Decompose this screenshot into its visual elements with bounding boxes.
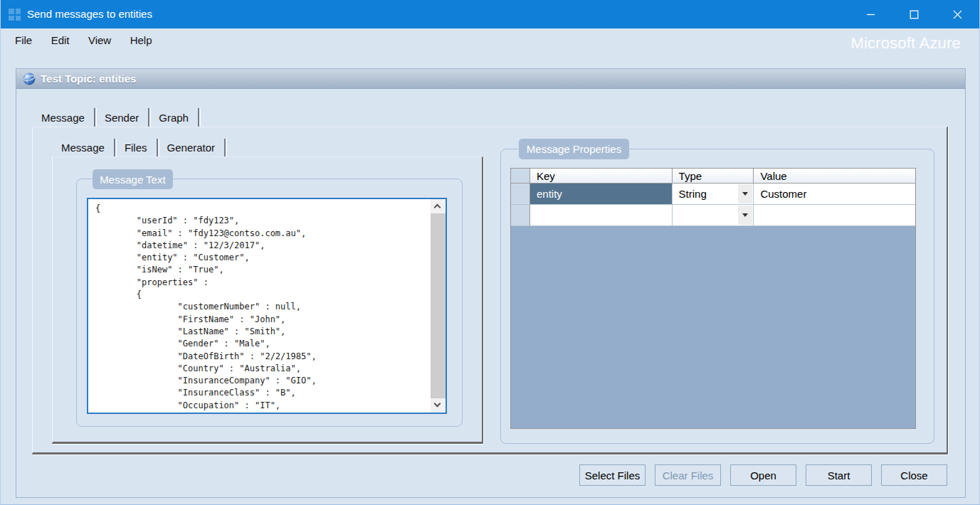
tab-inner-files[interactable]: Files xyxy=(115,139,158,156)
menu-bar: File Edit View Help xyxy=(1,28,979,55)
open-button[interactable]: Open xyxy=(730,464,796,486)
cell-key[interactable]: entity xyxy=(530,184,673,205)
properties-grid: Key Type Value entity String Customer xyxy=(510,168,916,429)
type-dropdown-button[interactable] xyxy=(738,206,752,225)
inner-tabstrip: Message Files Generator xyxy=(52,139,226,156)
cell-type[interactable] xyxy=(673,205,754,226)
scroll-up-button[interactable] xyxy=(431,199,446,213)
col-header-key[interactable]: Key xyxy=(530,169,673,184)
menu-edit[interactable]: Edit xyxy=(43,28,78,53)
grid-corner-cell xyxy=(511,169,530,184)
tab-graph[interactable]: Graph xyxy=(149,108,199,127)
close-button[interactable] xyxy=(936,0,979,28)
message-properties-groupbox: Message Properties Key Type Value entity… xyxy=(500,149,934,444)
cell-key[interactable] xyxy=(530,205,673,226)
message-text-area[interactable]: { "userId" : "fdy123", "email" : "fdy123… xyxy=(87,198,447,414)
minimize-button[interactable] xyxy=(849,0,892,28)
outer-tabpage: Message Files Generator Message Text { "… xyxy=(32,127,948,455)
grid-header-row: Key Type Value xyxy=(511,169,915,184)
outer-tabstrip: Message Sender Graph xyxy=(32,108,199,127)
title-bar: Send messages to entities xyxy=(1,0,979,28)
windows-logo-icon xyxy=(9,9,21,21)
grid-row-2 xyxy=(511,205,915,226)
window-title: Send messages to entities xyxy=(27,0,152,28)
azure-brand-text: Microsoft Azure xyxy=(850,34,961,53)
dropdown-arrow-icon xyxy=(742,192,748,196)
menu-help[interactable]: Help xyxy=(122,28,160,53)
app-window: Send messages to entities File Edit View… xyxy=(0,0,980,505)
cell-type[interactable]: String xyxy=(673,184,754,205)
message-json[interactable]: { "userId" : "fdy123", "email" : "fdy123… xyxy=(88,199,432,413)
test-topic-header: Test Topic: entities xyxy=(16,69,965,89)
start-button[interactable]: Start xyxy=(806,464,872,486)
tab-message[interactable]: Message xyxy=(32,108,95,127)
menu-view[interactable]: View xyxy=(80,28,119,53)
message-properties-label: Message Properties xyxy=(519,139,629,159)
row-selector[interactable] xyxy=(511,184,530,205)
cell-type-text: String xyxy=(679,188,707,200)
menu-file[interactable]: File xyxy=(7,28,40,53)
tab-inner-message[interactable]: Message xyxy=(52,139,115,156)
maximize-button[interactable] xyxy=(892,0,936,28)
inner-tabpage: Message Text { "userId" : "fdy123", "ema… xyxy=(52,156,483,444)
cell-value[interactable]: Customer xyxy=(754,184,915,205)
group-title: Test Topic: entities xyxy=(41,69,136,89)
close-action-button[interactable]: Close xyxy=(881,464,947,486)
scroll-down-button[interactable] xyxy=(431,398,446,413)
col-header-type[interactable]: Type xyxy=(673,169,754,184)
dropdown-arrow-icon xyxy=(742,213,748,217)
tab-inner-generator[interactable]: Generator xyxy=(158,139,226,156)
clear-files-button[interactable]: Clear Files xyxy=(655,464,721,486)
grid-row-1: entity String Customer xyxy=(511,184,915,205)
select-files-button[interactable]: Select Files xyxy=(579,464,646,486)
col-header-value[interactable]: Value xyxy=(754,169,915,184)
message-text-label: Message Text xyxy=(93,169,173,189)
cell-value[interactable] xyxy=(754,205,915,226)
message-text-groupbox: Message Text { "userId" : "fdy123", "ema… xyxy=(76,179,463,427)
vertical-scrollbar[interactable] xyxy=(431,199,446,413)
test-topic-groupbox: Test Topic: entities Message Sender Grap… xyxy=(16,68,966,498)
tab-sender[interactable]: Sender xyxy=(95,108,149,127)
globe-icon xyxy=(23,73,36,85)
row-selector[interactable] xyxy=(511,205,530,226)
type-dropdown-button[interactable] xyxy=(738,184,752,203)
